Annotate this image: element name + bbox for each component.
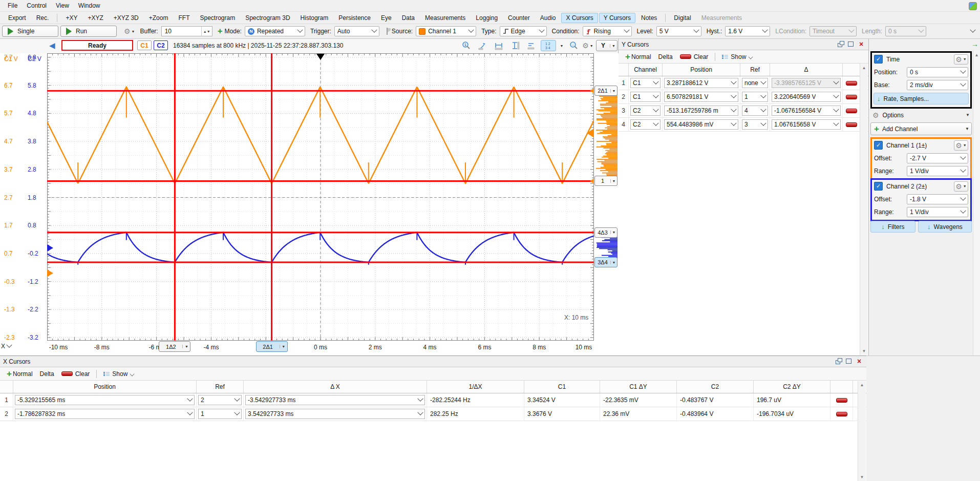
channel1-toggle-button[interactable]: C1 bbox=[137, 40, 152, 50]
position-field[interactable]: -513.167259786 m bbox=[664, 106, 738, 116]
view-tab-counter[interactable]: Counter bbox=[503, 13, 535, 23]
view-tab-y-cursors[interactable]: Y Cursors bbox=[599, 13, 635, 23]
buffer-gear-icon[interactable]: ⚙ bbox=[124, 27, 131, 35]
position-field[interactable]: 3.287188612 V bbox=[664, 78, 738, 88]
view-tab-x-cursors[interactable]: X Cursors bbox=[561, 13, 598, 23]
trigger-select[interactable]: Auto bbox=[334, 26, 379, 36]
view-tab-histogram[interactable]: Histogram bbox=[296, 13, 333, 23]
ref-select[interactable]: 4 bbox=[742, 106, 768, 116]
plot-gear-icon[interactable]: ⚙▼ bbox=[581, 40, 595, 51]
lcondition-select[interactable]: Timeout bbox=[809, 26, 857, 36]
channel2-range-select[interactable]: 1 V/div bbox=[907, 207, 968, 217]
menu-window[interactable]: Window bbox=[74, 1, 105, 10]
filters-button[interactable]: ↓Filters bbox=[870, 221, 915, 233]
view-tab-measurements[interactable]: Measurements bbox=[420, 13, 470, 23]
ref-select[interactable]: 1 bbox=[198, 409, 242, 419]
scroll-down-icon[interactable]: ▼ bbox=[860, 347, 868, 355]
time-base-select[interactable]: 2 ms/div bbox=[907, 80, 968, 90]
condition-select[interactable]: Rising bbox=[583, 26, 632, 36]
view-tab-xyz[interactable]: +XYZ bbox=[83, 13, 108, 23]
plot-area[interactable]: C1 V C2 V 7.76.75.74.73.72.71.70.7-0.3-1… bbox=[0, 53, 619, 355]
y-axis-selector[interactable]: Y ▼ bbox=[596, 40, 617, 51]
channel2-offset-select[interactable]: -1.8 V bbox=[907, 194, 968, 204]
mode-select[interactable]: NRepeated bbox=[245, 26, 305, 36]
hysteresis-select[interactable]: 1.6 V bbox=[725, 26, 770, 36]
view-tab-data[interactable]: Data bbox=[397, 13, 419, 23]
time-checkbox[interactable]: ✓ bbox=[874, 55, 883, 64]
view-tab-spectrogram-3d[interactable]: Spectrogram 3D bbox=[241, 13, 294, 23]
scroll-up-icon[interactable]: ▲ bbox=[973, 51, 980, 59]
type-select[interactable]: Edge bbox=[500, 26, 547, 36]
view-tab-audio[interactable]: Audio bbox=[536, 13, 561, 23]
y-cursors-scrollbar[interactable]: ▲ ▼ bbox=[860, 64, 868, 355]
menu-view[interactable]: View bbox=[51, 1, 74, 10]
horizontal-measure-icon[interactable] bbox=[492, 40, 506, 51]
channel1-offset-select[interactable]: -2.7 V bbox=[907, 153, 968, 163]
view-tab-eye[interactable]: Eye bbox=[376, 13, 396, 23]
add-normal-cursor-button[interactable]: +Normal bbox=[2, 369, 36, 379]
measure-lines-icon[interactable] bbox=[524, 40, 539, 51]
plus-icon[interactable]: + bbox=[218, 28, 223, 35]
float-window-icon[interactable] bbox=[837, 41, 845, 48]
position-field[interactable]: -1.786287832 ms bbox=[15, 409, 195, 419]
view-tab-fft[interactable]: FFT bbox=[174, 13, 194, 23]
remove-cursor-button[interactable] bbox=[846, 122, 857, 127]
x-cursor-marker-1-2[interactable]: 1Δ2▼ bbox=[159, 341, 190, 352]
float-window-icon[interactable] bbox=[835, 358, 843, 365]
channel1-checkbox[interactable]: ✓ bbox=[874, 141, 883, 150]
add-channel-button[interactable]: + Add Channel ▼ bbox=[870, 122, 972, 135]
add-normal-cursor-button[interactable]: +Normal bbox=[621, 52, 655, 61]
zoom-fit-icon[interactable]: ·· bbox=[566, 40, 581, 51]
y-cursor-marker-1[interactable]: 1▼ bbox=[594, 176, 617, 186]
add-delta-cursor-button[interactable]: Delta bbox=[36, 369, 58, 379]
close-window-icon[interactable]: × bbox=[857, 41, 865, 48]
show-menu-button[interactable]: Show bbox=[718, 52, 756, 61]
buffer-spinner[interactable]: 10 ▲▼ bbox=[161, 26, 212, 36]
waveform-plot[interactable]: X: 10 ms bbox=[47, 53, 594, 341]
single-button[interactable]: Single bbox=[2, 26, 58, 37]
y-cursor-marker-3-4[interactable]: 3Δ4▼ bbox=[594, 257, 617, 267]
remove-cursor-button[interactable] bbox=[836, 398, 847, 403]
menu-control[interactable]: Control bbox=[22, 1, 51, 10]
channel1-range-select[interactable]: 1 V/div bbox=[907, 166, 968, 176]
view-tab-xy[interactable]: +XY bbox=[61, 13, 82, 23]
y-cursor-marker-4-3[interactable]: 4Δ3▼ bbox=[594, 227, 617, 238]
ref-select[interactable]: 2 bbox=[198, 395, 242, 405]
view-tab-logging[interactable]: Logging bbox=[471, 13, 502, 23]
channel-select[interactable]: C2 bbox=[630, 119, 661, 130]
maximize-window-icon[interactable] bbox=[847, 41, 855, 48]
zoom-in-icon[interactable]: 1 bbox=[459, 40, 473, 51]
level-select[interactable]: 5 V bbox=[656, 26, 701, 36]
add-delta-cursor-button[interactable]: Delta bbox=[655, 52, 676, 61]
spinner-arrows-icon[interactable]: ▲▼ bbox=[201, 27, 212, 36]
channel-select[interactable]: C2 bbox=[630, 106, 661, 116]
clear-cursors-button[interactable]: Clear bbox=[58, 369, 94, 379]
remove-cursor-button[interactable] bbox=[836, 412, 847, 416]
channels-grid-button[interactable]: 1 23 4 bbox=[541, 40, 556, 51]
options-row[interactable]: ⚙ Options ▼ bbox=[870, 109, 972, 121]
delta-field[interactable]: -1.0676156584 V bbox=[772, 106, 841, 116]
collapse-left-icon[interactable]: ◀ bbox=[49, 41, 55, 50]
delta-field[interactable]: -3.3985765125 V bbox=[772, 78, 841, 88]
rate-samples-button[interactable]: ↓Rate, Samples... bbox=[874, 93, 969, 104]
channel2-checkbox[interactable]: ✓ bbox=[874, 182, 883, 191]
remove-cursor-button[interactable] bbox=[846, 81, 857, 86]
view-tab-persistence[interactable]: Persistence bbox=[334, 13, 375, 23]
close-window-icon[interactable]: × bbox=[855, 358, 863, 365]
channel1-gear-button[interactable]: ⚙▼ bbox=[954, 140, 968, 151]
view-tab-export[interactable]: Export bbox=[4, 13, 31, 23]
delta-x-field[interactable]: 3.542927733 ms bbox=[245, 409, 425, 419]
x-cursors-scrollbar[interactable]: ▲ ▼ bbox=[858, 381, 866, 481]
view-tab-rec[interactable]: Rec. bbox=[32, 13, 54, 23]
menu-file[interactable]: File bbox=[3, 1, 22, 10]
view-tab-spectrogram[interactable]: Spectrogram bbox=[195, 13, 240, 23]
time-gear-button[interactable]: ⚙▼ bbox=[954, 54, 968, 65]
wavegens-button[interactable]: ↓Wavegens bbox=[918, 221, 972, 233]
view-tab-xyz-3d[interactable]: +XYZ 3D bbox=[109, 13, 143, 23]
y-cursor-marker-2-1[interactable]: 2Δ1▼ bbox=[594, 86, 617, 96]
scroll-up-icon[interactable]: ▲ bbox=[858, 381, 866, 389]
view-tab-zoom[interactable]: +Zoom bbox=[144, 13, 173, 23]
grid-caret-icon[interactable]: ▼ bbox=[558, 40, 565, 51]
channel-select[interactable]: C1 bbox=[630, 92, 661, 102]
time-position-select[interactable]: 0 s bbox=[907, 67, 968, 77]
